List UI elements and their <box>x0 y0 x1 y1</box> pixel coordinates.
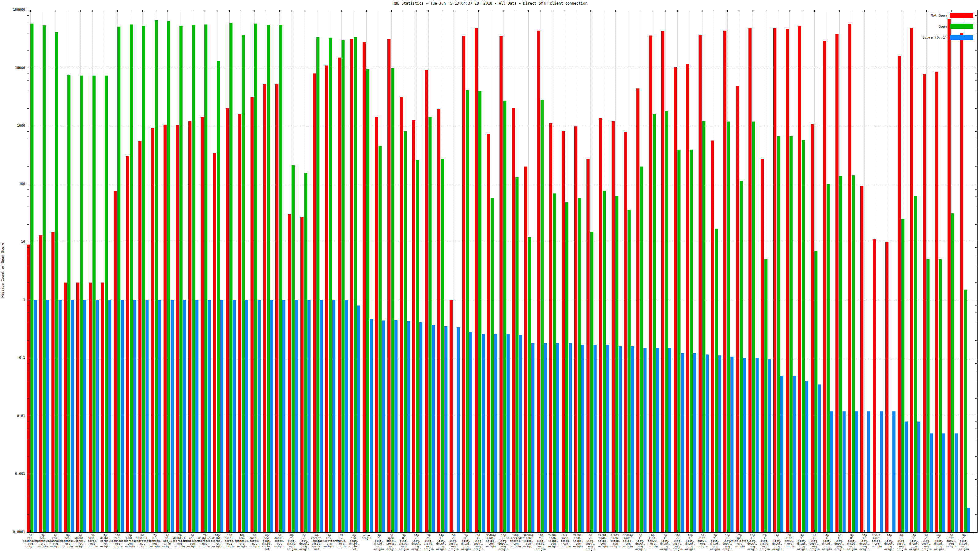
x-bottom-tick <box>752 530 752 532</box>
x-axis-label: 3@ dnsbl. sorbs. net origin <box>88 534 98 548</box>
bar-not-spam <box>288 214 291 532</box>
y-minor-tick <box>975 323 977 323</box>
y-minor-tick <box>27 224 29 225</box>
bar-score <box>295 300 298 532</box>
y-minor-tick <box>975 189 977 190</box>
x-axis-label: none origin <box>362 534 372 540</box>
x-bottom-tick <box>566 530 566 532</box>
bar-not-spam <box>387 39 390 532</box>
bar-score <box>121 300 124 532</box>
bar-score <box>34 300 37 532</box>
bar-score <box>619 346 622 532</box>
x-axis-label: 10@ dnsbl. sorbs. net origin <box>224 534 235 548</box>
bar-score <box>830 411 833 532</box>
bar-score <box>730 357 733 532</box>
bar-not-spam <box>897 56 901 532</box>
bar-not-spam <box>350 39 353 532</box>
legend-label-score: Score (0..1) <box>923 35 947 40</box>
legend-label-spam: Spam <box>939 24 947 29</box>
x-top-tick <box>964 10 964 12</box>
bar-spam <box>291 165 294 532</box>
x-bottom-tick <box>628 530 628 532</box>
x-axis-label: 11@ zen. spamhaus. org origin <box>110 534 125 548</box>
bar-spam <box>180 26 183 532</box>
x-bottom-tick <box>715 530 715 532</box>
bar-spam <box>204 24 207 532</box>
bar-score <box>955 433 958 532</box>
bar-not-spam <box>438 109 441 532</box>
bar-spam <box>727 122 730 532</box>
x-top-tick <box>478 10 479 12</box>
y-minor-tick <box>27 313 29 313</box>
bar-not-spam <box>313 73 316 532</box>
y-minor-tick <box>27 81 29 81</box>
bar-not-spam <box>188 121 191 532</box>
x-top-tick <box>291 10 292 12</box>
x-top-tick <box>404 10 404 12</box>
bar-spam <box>379 146 382 532</box>
bar-not-spam <box>226 108 229 532</box>
bar-not-spam <box>301 217 304 532</box>
bar-not-spam <box>138 141 142 532</box>
bar-score <box>967 508 970 532</box>
bar-not-spam <box>500 36 503 532</box>
x-axis-label: 36409@ iadb. isipp. com origin <box>623 534 633 548</box>
bar-spam <box>342 40 345 532</box>
bar-score <box>531 343 535 532</box>
bar-spam <box>678 150 681 532</box>
x-top-tick <box>453 10 454 12</box>
y-minor-tick <box>27 197 29 197</box>
bar-score <box>693 353 696 532</box>
legend-swatch-score-icon <box>950 35 973 40</box>
x-bottom-tick <box>740 530 740 532</box>
x-top-tick <box>43 10 43 12</box>
bar-not-spam <box>487 134 490 532</box>
x-axis-label: 50@ sa-accredit. habeas. com origin <box>506 534 526 548</box>
x-bottom-tick <box>366 530 367 532</box>
bar-spam <box>702 121 705 532</box>
y-minor-tick <box>975 91 977 91</box>
x-gridline <box>864 10 865 532</box>
y-minor-tick <box>975 131 977 132</box>
y-major-tick <box>974 532 977 532</box>
x-top-tick <box>877 10 877 12</box>
bar-spam <box>304 173 307 532</box>
y-minor-tick <box>27 50 29 51</box>
x-axis-label: 14@ 0. list. dnswl. org origin <box>884 534 894 551</box>
x-axis-label: 6@ old. spam. dnsbl. sorbs. net origin <box>349 534 359 551</box>
x-top-tick <box>366 10 367 12</box>
bar-spam <box>391 68 394 532</box>
x-bottom-tick <box>640 530 640 532</box>
bar-spam <box>615 196 618 532</box>
y-minor-tick <box>27 439 29 439</box>
bar-score <box>768 359 771 532</box>
bar-spam <box>789 136 792 532</box>
y-minor-tick <box>27 323 29 323</box>
bar-not-spam <box>51 232 54 532</box>
x-top-tick <box>317 10 317 12</box>
bar-spam <box>478 91 481 532</box>
bar-not-spam <box>736 86 739 532</box>
x-top-tick <box>92 10 93 12</box>
bar-not-spam <box>798 26 801 532</box>
x-axis-label: 6@ Y. list. dnswl. org origin <box>934 534 944 551</box>
x-bottom-tick <box>578 530 578 532</box>
bar-spam <box>690 150 693 532</box>
x-axis-label: 1ff. iadb. isipp. com origin <box>561 534 571 548</box>
x-top-tick <box>279 10 280 12</box>
y-minor-tick <box>27 166 29 167</box>
y-minor-tick <box>975 33 977 33</box>
bar-not-spam <box>562 131 565 532</box>
x-axis-label: 2@ list. dnswl. org origin <box>947 534 957 548</box>
x-top-tick <box>379 10 379 12</box>
bar-spam <box>155 20 158 532</box>
x-bottom-tick <box>541 530 541 532</box>
bar-not-spam <box>649 35 652 532</box>
x-axis-label: 2@ l2. apews. org origin <box>337 534 347 548</box>
x-axis-label: 2@ bl. spamcop. net origin <box>148 534 161 548</box>
x-top-tick <box>951 10 951 12</box>
y-tick-label: 10000 <box>1 66 25 70</box>
y-tick-label: 100 <box>1 182 25 186</box>
bar-not-spam <box>599 118 602 532</box>
y-minor-tick <box>975 398 977 399</box>
